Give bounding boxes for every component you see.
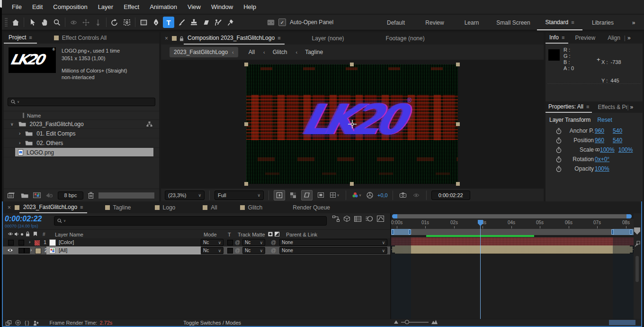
- panel-menu-icon[interactable]: ≡: [80, 204, 83, 210]
- puppet-pin-tool[interactable]: [224, 16, 237, 28]
- layer-label-color[interactable]: [34, 240, 40, 246]
- selection-handle[interactable]: [244, 63, 248, 66]
- pan-behind-tool[interactable]: [121, 16, 133, 28]
- zoom-out-mountain-icon[interactable]: [394, 320, 398, 324]
- tab-properties[interactable]: Properties: All≡: [546, 101, 592, 113]
- selection-handle[interactable]: [456, 122, 460, 126]
- roto-brush-tool[interactable]: [212, 16, 224, 28]
- current-timecode[interactable]: 0:00:02:22: [5, 215, 42, 223]
- magnification-dropdown[interactable]: (23,3%)∨: [165, 191, 205, 200]
- tab-glitch[interactable]: Glitch: [240, 204, 263, 211]
- dolly-camera-tool[interactable]: [92, 16, 104, 28]
- toggle-switches-modes-button[interactable]: Toggle Switches / Modes: [183, 320, 241, 326]
- stopwatch-icon[interactable]: [556, 147, 562, 153]
- menu-composition[interactable]: Composition: [48, 0, 92, 14]
- property-value[interactable]: 0x+0°: [595, 156, 609, 163]
- motion-blur-icon[interactable]: [366, 216, 373, 222]
- menu-view[interactable]: View: [182, 0, 206, 14]
- orbit-camera-tool[interactable]: [67, 16, 80, 28]
- timeline-search-input[interactable]: ∨: [54, 216, 327, 226]
- work-area-start-handle[interactable]: [392, 229, 394, 235]
- home-tool[interactable]: [9, 16, 22, 28]
- parent-dropdown[interactable]: None∨: [279, 247, 387, 254]
- nav-item-glitch[interactable]: Glitch: [273, 49, 287, 55]
- timeline-zoom-slider[interactable]: [401, 322, 429, 323]
- bit-depth-button[interactable]: 8 bpc: [58, 191, 83, 200]
- panel-overflow-icon[interactable]: »: [630, 104, 634, 110]
- tree-item-logo-png[interactable]: LOGO.png: [4, 148, 159, 157]
- expand-arrow-icon[interactable]: ›: [30, 247, 32, 253]
- stopwatch-icon[interactable]: [556, 137, 562, 144]
- parent-pickwhip-icon[interactable]: @: [271, 247, 276, 253]
- parent-dropdown[interactable]: None∨: [279, 239, 387, 246]
- reset-link[interactable]: Reset: [597, 117, 612, 123]
- work-area-bar[interactable]: [391, 229, 634, 235]
- timeline-timecode[interactable]: 0:00:02:22 00070 (24.00 fps): [5, 215, 42, 228]
- video-column-icon[interactable]: [8, 232, 13, 236]
- lock-column-icon[interactable]: [26, 231, 30, 236]
- mode-column-header[interactable]: Mode: [204, 232, 217, 237]
- work-area-handle[interactable]: [409, 229, 411, 235]
- layer-label-color[interactable]: [35, 248, 41, 254]
- property-value[interactable]: 100%: [595, 165, 609, 172]
- lock-toggle[interactable]: [24, 248, 30, 254]
- show-snapshot-eye-icon[interactable]: [411, 191, 421, 200]
- video-toggle[interactable]: [8, 240, 14, 245]
- link-dimensions-icon[interactable]: [595, 148, 600, 152]
- menu-animation[interactable]: Animation: [144, 0, 182, 14]
- layer-1-duration-bar[interactable]: [391, 237, 634, 246]
- zoom-slider-handle[interactable]: [405, 320, 409, 324]
- audio-column-icon[interactable]: [14, 232, 19, 236]
- viewer-timecode[interactable]: 0:00:02:22: [431, 191, 470, 200]
- brush-tool[interactable]: [175, 16, 188, 28]
- parent-pickwhip-icon[interactable]: @: [271, 239, 276, 245]
- composition-frame[interactable]: LK20 ®: [246, 64, 458, 184]
- preserve-transparency-toggle[interactable]: [227, 240, 233, 245]
- selection-tool[interactable]: [26, 16, 38, 28]
- fast-preview-button[interactable]: [274, 190, 285, 200]
- comp-marker-bin-icon[interactable]: [634, 227, 640, 235]
- expand-closed-icon[interactable]: ›: [19, 140, 20, 145]
- blend-mode-dropdown[interactable]: Nc∨: [201, 247, 224, 254]
- tab-all[interactable]: All: [203, 204, 217, 211]
- trash-icon[interactable]: [88, 192, 94, 199]
- selection-handle[interactable]: [350, 182, 354, 186]
- panel-menu-icon[interactable]: ≡: [562, 35, 564, 40]
- panel-grip[interactable]: [5, 18, 8, 27]
- interpret-footage-icon[interactable]: [8, 192, 16, 198]
- lock-toggle[interactable]: [18, 240, 24, 245]
- exposure-value[interactable]: +0,0: [377, 192, 388, 198]
- tab-composition[interactable]: Composition 2023_FastGlitchLogo≡: [184, 32, 285, 45]
- stopwatch-icon[interactable]: [556, 156, 562, 163]
- tab-project[interactable]: Project≡: [4, 32, 37, 44]
- panel-overflow-icon[interactable]: »: [627, 35, 631, 41]
- menu-help[interactable]: Help: [238, 0, 261, 14]
- shape-tool[interactable]: [137, 16, 150, 28]
- timeline-scrollbar-thumb[interactable]: [635, 256, 639, 282]
- menu-window[interactable]: Window: [206, 0, 238, 14]
- time-ruler[interactable]: 0:00s 01s 02s 03s 04s 05s 06s 07s 08s: [391, 219, 634, 229]
- expand-closed-icon[interactable]: ›: [19, 131, 20, 136]
- workspace-review[interactable]: Review: [416, 15, 454, 30]
- playhead-line[interactable]: [480, 224, 481, 319]
- work-area-handle[interactable]: [611, 229, 614, 235]
- expand-arrow-icon[interactable]: ›: [29, 239, 30, 245]
- stopwatch-icon[interactable]: [556, 166, 562, 172]
- region-of-interest-button[interactable]: [315, 191, 326, 200]
- tab-effect-controls[interactable]: Effect Controls All: [54, 35, 107, 41]
- number-column-header[interactable]: #: [43, 232, 45, 237]
- pen-tool[interactable]: [150, 16, 162, 28]
- column-divider[interactable]: [23, 113, 24, 118]
- clone-stamp-tool[interactable]: [188, 16, 200, 28]
- layer-2-duration-bar[interactable]: [391, 245, 634, 254]
- panel-menu-icon[interactable]: ≡: [277, 35, 280, 41]
- nav-item-tagline[interactable]: Tagline: [305, 49, 323, 55]
- tab-footage[interactable]: Footage (none): [386, 35, 425, 42]
- new-composition-icon[interactable]: [33, 192, 41, 198]
- work-area-end-handle[interactable]: [630, 229, 632, 235]
- timeline-track-area[interactable]: 0:00s 01s 02s 03s 04s 05s 06s 07s 08s: [391, 213, 634, 319]
- tab-info[interactable]: Info≡: [546, 32, 568, 44]
- graph-editor-icon[interactable]: [377, 216, 384, 222]
- expand-open-icon[interactable]: ∨: [10, 122, 14, 127]
- workspace-overflow[interactable]: »: [623, 15, 644, 30]
